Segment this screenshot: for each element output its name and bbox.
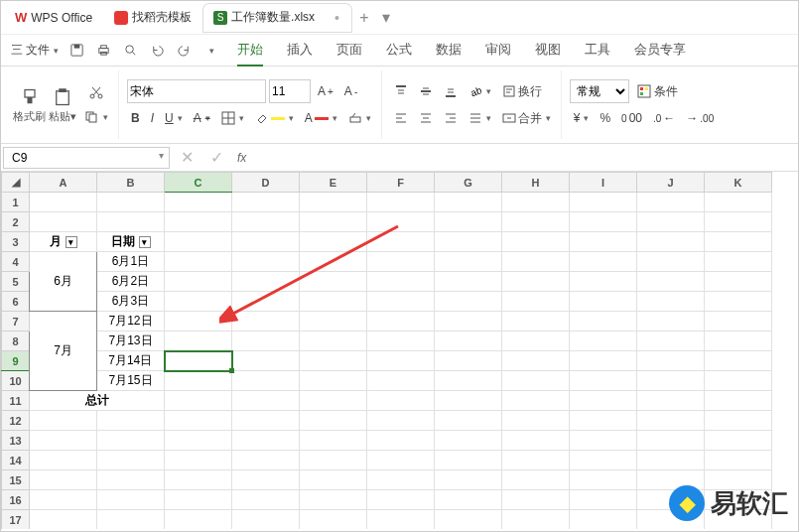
column-header-K[interactable]: K bbox=[705, 173, 772, 193]
cell-E4[interactable] bbox=[300, 252, 367, 272]
ribbon-tab-insert[interactable]: 插入 bbox=[287, 35, 313, 66]
cell-D3[interactable] bbox=[232, 232, 300, 252]
column-header-J[interactable]: J bbox=[637, 173, 705, 193]
cell-F13[interactable] bbox=[367, 431, 435, 451]
bold-button[interactable]: B bbox=[127, 106, 144, 130]
cell-E16[interactable] bbox=[300, 490, 367, 510]
cell-H7[interactable] bbox=[502, 312, 570, 332]
cell-B6[interactable]: 6月3日 bbox=[97, 292, 165, 312]
cell-D11[interactable] bbox=[232, 391, 300, 411]
row-header-8[interactable]: 8 bbox=[2, 332, 30, 351]
cell-A16[interactable] bbox=[30, 490, 97, 510]
align-bottom-button[interactable] bbox=[440, 79, 462, 103]
number-format-select[interactable]: 常规 bbox=[570, 79, 629, 103]
currency-button[interactable]: ¥▾ bbox=[570, 106, 594, 130]
strikethrough-button[interactable]: A▾ bbox=[190, 106, 214, 130]
cell-D17[interactable] bbox=[232, 510, 300, 530]
cell-J4[interactable] bbox=[637, 252, 705, 272]
cell-H9[interactable] bbox=[502, 351, 570, 371]
cell-D9[interactable] bbox=[232, 351, 300, 371]
qat-dropdown[interactable]: ▾ bbox=[198, 38, 223, 64]
cell-G7[interactable] bbox=[435, 312, 502, 332]
select-all-corner[interactable]: ◢ bbox=[2, 173, 30, 193]
save-button[interactable] bbox=[64, 38, 89, 64]
cell-F12[interactable] bbox=[367, 411, 435, 431]
cell-J2[interactable] bbox=[637, 212, 705, 232]
ribbon-tab-formula[interactable]: 公式 bbox=[386, 35, 412, 66]
cell-J10[interactable] bbox=[637, 371, 705, 391]
cell-E7[interactable] bbox=[300, 312, 367, 332]
name-box[interactable] bbox=[3, 147, 170, 169]
font-size-select[interactable] bbox=[269, 79, 311, 103]
cell-C8[interactable] bbox=[165, 332, 232, 351]
cut-button[interactable] bbox=[84, 80, 108, 104]
row-header-7[interactable]: 7 bbox=[2, 312, 30, 332]
cell-I12[interactable] bbox=[570, 411, 637, 431]
cell-C17[interactable] bbox=[165, 510, 232, 530]
cell-K10[interactable] bbox=[705, 371, 772, 391]
cell-E15[interactable] bbox=[300, 470, 367, 490]
cell-G3[interactable] bbox=[435, 232, 502, 252]
cell-I15[interactable] bbox=[570, 470, 637, 490]
cell-K3[interactable] bbox=[705, 232, 772, 252]
cell-I16[interactable] bbox=[570, 490, 637, 510]
cell-D15[interactable] bbox=[232, 470, 300, 490]
filter-icon[interactable]: ▾ bbox=[139, 236, 151, 248]
fx-icon[interactable]: fx bbox=[237, 151, 246, 165]
cell-E17[interactable] bbox=[300, 510, 367, 530]
file-menu[interactable]: 三 文件▾ bbox=[7, 39, 63, 63]
cell-G13[interactable] bbox=[435, 431, 502, 451]
cell-K11[interactable] bbox=[705, 391, 772, 411]
cell-D1[interactable] bbox=[232, 193, 300, 212]
cell-F1[interactable] bbox=[367, 193, 435, 212]
conditional-format-button[interactable]: 条件 bbox=[632, 79, 682, 103]
cell-F10[interactable] bbox=[367, 371, 435, 391]
cell-J8[interactable] bbox=[637, 332, 705, 351]
cell-I11[interactable] bbox=[570, 391, 637, 411]
cell-K8[interactable] bbox=[705, 332, 772, 351]
cell-I1[interactable] bbox=[570, 193, 637, 212]
cell-H16[interactable] bbox=[502, 490, 570, 510]
cell-I2[interactable] bbox=[570, 212, 637, 232]
cell-I9[interactable] bbox=[570, 351, 637, 371]
cell-J3[interactable] bbox=[637, 232, 705, 252]
cell-B2[interactable] bbox=[97, 212, 165, 232]
format-painter-button[interactable]: 格式刷 bbox=[13, 86, 46, 124]
font-name-select[interactable] bbox=[127, 79, 266, 103]
tab-overflow-button[interactable]: ▾ bbox=[375, 7, 397, 29]
row-header-3[interactable]: 3 bbox=[2, 232, 30, 252]
cell-A17[interactable] bbox=[30, 510, 97, 530]
cell-D5[interactable] bbox=[232, 272, 300, 292]
cell-H2[interactable] bbox=[502, 212, 570, 232]
cell-K1[interactable] bbox=[705, 193, 772, 212]
italic-button[interactable]: I bbox=[147, 106, 158, 130]
cancel-formula-button[interactable]: ✕ bbox=[174, 145, 200, 171]
decrease-font-button[interactable]: A- bbox=[340, 79, 361, 103]
cell-K7[interactable] bbox=[705, 312, 772, 332]
cell-F14[interactable] bbox=[367, 451, 435, 470]
percent-button[interactable]: % bbox=[596, 106, 614, 130]
underline-button[interactable]: U▾ bbox=[161, 106, 187, 130]
cell-H4[interactable] bbox=[502, 252, 570, 272]
cell-H11[interactable] bbox=[502, 391, 570, 411]
cell-J13[interactable] bbox=[637, 431, 705, 451]
cell-J6[interactable] bbox=[637, 292, 705, 312]
cell-E8[interactable] bbox=[300, 332, 367, 351]
cell-G15[interactable] bbox=[435, 470, 502, 490]
cell-D6[interactable] bbox=[232, 292, 300, 312]
merge-cells-button[interactable]: 合并▾ bbox=[498, 106, 555, 130]
cell-F4[interactable] bbox=[367, 252, 435, 272]
align-center-button[interactable] bbox=[415, 106, 437, 130]
cell-C4[interactable] bbox=[165, 252, 232, 272]
cell-H13[interactable] bbox=[502, 431, 570, 451]
cell-F7[interactable] bbox=[367, 312, 435, 332]
cell-C14[interactable] bbox=[165, 451, 232, 470]
cell-E2[interactable] bbox=[300, 212, 367, 232]
cell-K2[interactable] bbox=[705, 212, 772, 232]
chevron-down-icon[interactable]: ▾ bbox=[159, 150, 164, 161]
copy-button[interactable]: ▾ bbox=[79, 105, 112, 129]
cell-I8[interactable] bbox=[570, 332, 637, 351]
align-top-button[interactable] bbox=[390, 79, 412, 103]
cell-G6[interactable] bbox=[435, 292, 502, 312]
column-header-F[interactable]: F bbox=[367, 173, 435, 193]
